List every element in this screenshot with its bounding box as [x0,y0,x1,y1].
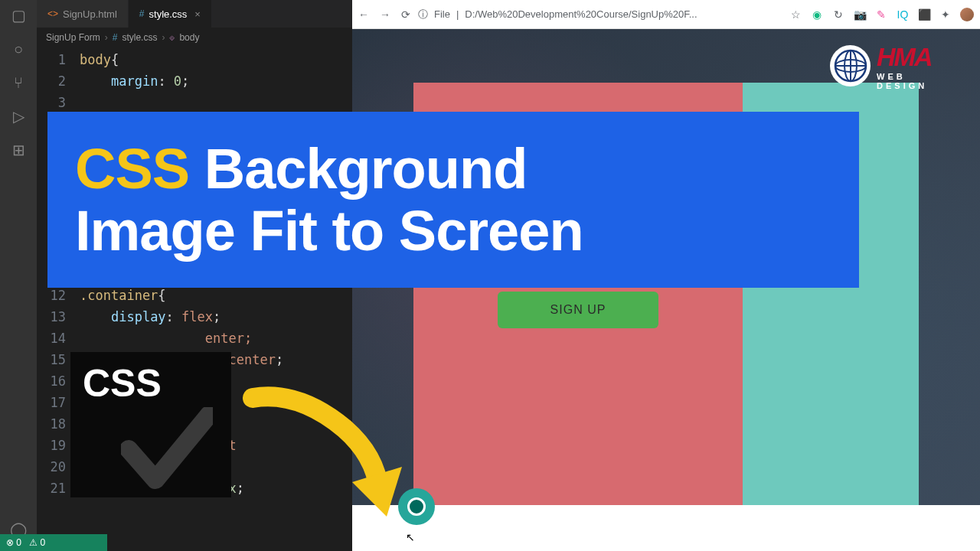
debug-icon[interactable]: ▷ [9,107,28,126]
info-icon: ⓘ [418,8,428,21]
reload-icon[interactable]: ⟳ [401,8,410,21]
status-bar[interactable]: ⊗ 0 ⚠ 0 [0,534,107,551]
source-control-icon[interactable]: ⑂ [9,73,28,92]
floating-action-button[interactable] [398,488,435,525]
breadcrumb-root: SignUp Form [46,32,100,43]
logo-main-text: HMA [877,42,960,72]
star-icon[interactable]: ☆ [789,8,802,21]
ext-icon[interactable]: ✎ [874,8,888,21]
camera-icon[interactable]: 📷 [853,8,867,21]
ext-icon[interactable]: ↻ [831,8,845,21]
chevron-right-icon: › [105,32,108,43]
activity-bar: ▢ ○ ⑂ ▷ ⊞ ◯ [0,0,37,551]
ext-icon[interactable]: ◉ [810,8,824,21]
address-separator: | [456,8,459,20]
css-icon: # [113,32,118,43]
error-count: ⊗ 0 [6,537,21,548]
tab-signup-html[interactable]: <> SignUp.html [37,0,129,28]
close-icon[interactable]: × [194,8,201,20]
breadcrumb[interactable]: SignUp Form › # style.css › ⟐ body [37,28,352,47]
back-icon[interactable]: ← [358,8,369,21]
tab-bar: <> SignUp.html # style.css × [37,0,352,28]
check-icon [121,407,213,491]
extensions-icon[interactable]: ⊞ [9,141,28,159]
globe-icon [830,45,871,86]
ext-icon[interactable]: ⬛ [917,8,931,21]
title-banner: CSS Background Image Fit to Screen [47,112,859,288]
warning-count: ⚠ 0 [29,537,45,548]
forward-icon[interactable]: → [380,8,390,21]
page-footer-area [352,505,980,551]
puzzle-icon[interactable]: ✦ [939,8,952,21]
breadcrumb-file: style.css [122,32,157,43]
browser-toolbar: ← → ⟳ ⓘ File | D:/Web%20Development%20Co… [352,0,980,29]
address-bar[interactable]: ⓘ File | D:/Web%20Development%20Course/S… [418,8,781,21]
address-text: D:/Web%20Development%20Course/SignUp%20F… [465,8,697,20]
tab-label: style.css [149,8,188,20]
cursor-icon: ↖ [406,531,415,543]
address-prefix: File [434,8,450,20]
hma-logo: HMA WEB DESIGN [830,35,960,96]
css-badge: CSS [70,352,231,497]
banner-heading: CSS Background Image Fit to Screen [75,138,583,262]
breadcrumb-symbol: body [179,32,199,43]
symbol-icon: ⟐ [169,32,175,43]
extension-icons: ☆ ◉ ↻ 📷 ✎ IQ ⬛ ✦ [789,8,974,21]
css-icon: # [139,8,145,19]
files-icon[interactable]: ▢ [9,6,28,24]
search-icon[interactable]: ○ [9,40,28,58]
tab-label: SignUp.html [63,8,117,20]
chevron-right-icon: › [162,32,165,43]
page-viewport: password SIGN UP ↖ [352,29,980,551]
ext-icon[interactable]: IQ [896,8,910,21]
tab-style-css[interactable]: # style.css × [129,0,212,28]
avatar[interactable] [960,8,974,21]
html-icon: <> [47,8,58,19]
badge-text: CSS [83,361,219,406]
signup-button[interactable]: SIGN UP [498,292,658,328]
logo-sub-text: WEB DESIGN [877,72,960,90]
